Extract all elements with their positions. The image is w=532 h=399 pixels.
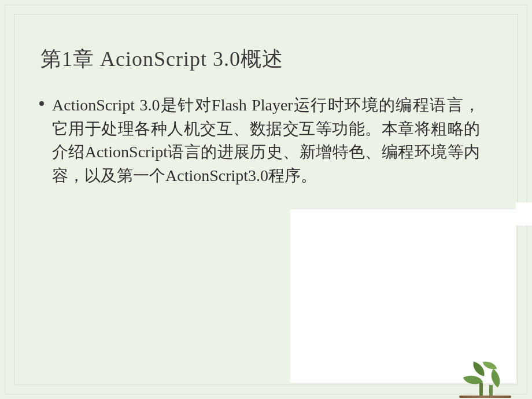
ground-line-icon (459, 396, 511, 398)
bullet-icon (39, 101, 44, 106)
body-paragraph: ActionScript 3.0是针对Flash Player运行时环境的编程语… (52, 94, 480, 187)
plant-illustration (448, 317, 517, 398)
white-strip (516, 202, 532, 226)
slide-title: 第1章 AcionScript 3.0概述 (40, 45, 283, 73)
